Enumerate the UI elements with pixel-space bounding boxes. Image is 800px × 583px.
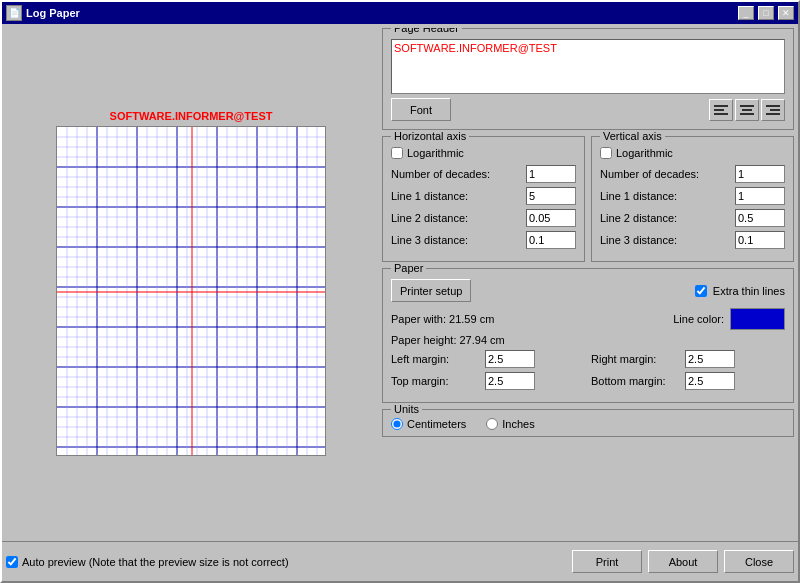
window-title: Log Paper — [26, 7, 734, 19]
v-logarithmic-checkbox[interactable] — [600, 147, 612, 159]
centimeters-label: Centimeters — [407, 418, 466, 430]
horizontal-axis-label: Horizontal axis — [391, 130, 469, 142]
preview-header-text: SOFTWARE.INFORMER@TEST — [110, 110, 273, 122]
margins-row: Left margin: Top margin: Right margin: — [391, 350, 785, 394]
right-margin-input[interactable] — [685, 350, 735, 368]
v-line1-input[interactable] — [735, 187, 785, 205]
vertical-axis-label: Vertical axis — [600, 130, 665, 142]
paper-height-text: Paper height: 27.94 cm — [391, 334, 505, 346]
title-bar: 📄 Log Paper _ □ ✕ — [2, 2, 798, 24]
centimeters-radio[interactable] — [391, 418, 403, 430]
left-margin-label: Left margin: — [391, 353, 481, 365]
align-right-button[interactable] — [761, 99, 785, 121]
page-header-label: Page Header — [391, 28, 462, 34]
auto-preview-area: Auto preview (Note that the preview size… — [6, 556, 566, 568]
line-color-swatch[interactable] — [730, 308, 785, 330]
centimeters-row: Centimeters — [391, 418, 466, 430]
h-line2-label: Line 2 distance: — [391, 212, 522, 224]
page-header-input[interactable] — [391, 39, 785, 94]
v-decades-row: Number of decades: — [600, 165, 785, 183]
left-margin-row: Left margin: — [391, 350, 585, 368]
align-center-button[interactable] — [735, 99, 759, 121]
v-line3-input[interactable] — [735, 231, 785, 249]
close-button[interactable]: ✕ — [778, 6, 794, 20]
left-margin-input[interactable] — [485, 350, 535, 368]
inches-radio[interactable] — [486, 418, 498, 430]
align-right-icon — [766, 104, 780, 116]
auto-preview-label: Auto preview (Note that the preview size… — [22, 556, 289, 568]
about-button[interactable]: About — [648, 550, 718, 573]
main-window: 📄 Log Paper _ □ ✕ SOFTWARE.INFORMER@TEST — [0, 0, 800, 583]
left-panel: SOFTWARE.INFORMER@TEST — [6, 28, 376, 537]
h-decades-label: Number of decades: — [391, 168, 522, 180]
auto-preview-checkbox[interactable] — [6, 556, 18, 568]
paper-group: Paper Printer setup Extra thin lines Pap… — [382, 268, 794, 403]
printer-setup-button[interactable]: Printer setup — [391, 279, 471, 302]
horizontal-axis-group: Horizontal axis Logarithmic Number of de… — [382, 136, 585, 262]
v-line3-label: Line 3 distance: — [600, 234, 731, 246]
h-line2-input[interactable] — [526, 209, 576, 227]
maximize-button[interactable]: □ — [758, 6, 774, 20]
close-button-bottom[interactable]: Close — [724, 550, 794, 573]
print-button[interactable]: Print — [572, 550, 642, 573]
v-decades-input[interactable] — [735, 165, 785, 183]
h-logarithmic-label: Logarithmic — [407, 147, 464, 159]
h-logarithmic-checkbox[interactable] — [391, 147, 403, 159]
align-center-icon — [740, 104, 754, 116]
app-icon: 📄 — [6, 5, 22, 21]
font-button[interactable]: Font — [391, 98, 451, 121]
right-margin-col: Right margin: Bottom margin: — [591, 350, 785, 394]
h-decades-row: Number of decades: — [391, 165, 576, 183]
v-line1-label: Line 1 distance: — [600, 190, 731, 202]
top-margin-row: Top margin: — [391, 372, 585, 390]
header-row: Font — [391, 98, 785, 121]
h-logarithmic-row: Logarithmic — [391, 147, 576, 159]
bottom-buttons: Print About Close — [572, 550, 794, 573]
paper-top-right: Extra thin lines — [695, 285, 785, 297]
h-line3-row: Line 3 distance: — [391, 231, 576, 249]
paper-width-row: Paper with: 21.59 cm Line color: — [391, 308, 785, 330]
extra-thin-label: Extra thin lines — [713, 285, 785, 297]
align-left-icon — [714, 104, 728, 116]
paper-group-label: Paper — [391, 262, 426, 274]
units-group: Units Centimeters Inches — [382, 409, 794, 437]
v-line2-row: Line 2 distance: — [600, 209, 785, 227]
v-line2-label: Line 2 distance: — [600, 212, 731, 224]
line-color-label: Line color: — [673, 313, 724, 325]
axes-row: Horizontal axis Logarithmic Number of de… — [382, 136, 794, 262]
h-line1-label: Line 1 distance: — [391, 190, 522, 202]
h-decades-input[interactable] — [526, 165, 576, 183]
v-logarithmic-row: Logarithmic — [600, 147, 785, 159]
bottom-bar: Auto preview (Note that the preview size… — [2, 541, 798, 581]
v-line2-input[interactable] — [735, 209, 785, 227]
h-line3-input[interactable] — [526, 231, 576, 249]
h-line3-label: Line 3 distance: — [391, 234, 522, 246]
v-logarithmic-label: Logarithmic — [616, 147, 673, 159]
h-line1-input[interactable] — [526, 187, 576, 205]
right-panel: Page Header Font — [382, 28, 794, 537]
units-label: Units — [391, 403, 422, 415]
bottom-margin-input[interactable] — [685, 372, 735, 390]
h-line2-row: Line 2 distance: — [391, 209, 576, 227]
inches-row: Inches — [486, 418, 534, 430]
page-header-group: Page Header Font — [382, 28, 794, 130]
v-decades-label: Number of decades: — [600, 168, 731, 180]
paper-preview — [56, 126, 326, 456]
paper-height-row: Paper height: 27.94 cm — [391, 334, 785, 346]
paper-width-text: Paper with: 21.59 cm — [391, 313, 494, 325]
grid-svg — [57, 127, 325, 455]
bottom-margin-row: Bottom margin: — [591, 372, 785, 390]
minimize-button[interactable]: _ — [738, 6, 754, 20]
preview-area: SOFTWARE.INFORMER@TEST — [6, 28, 376, 537]
align-buttons — [709, 99, 785, 121]
extra-thin-checkbox[interactable] — [695, 285, 707, 297]
paper-top-row: Printer setup Extra thin lines — [391, 279, 785, 302]
right-margin-label: Right margin: — [591, 353, 681, 365]
right-margin-row: Right margin: — [591, 350, 785, 368]
h-line1-row: Line 1 distance: — [391, 187, 576, 205]
align-left-button[interactable] — [709, 99, 733, 121]
top-margin-input[interactable] — [485, 372, 535, 390]
vertical-axis-group: Vertical axis Logarithmic Number of deca… — [591, 136, 794, 262]
inches-label: Inches — [502, 418, 534, 430]
v-line3-row: Line 3 distance: — [600, 231, 785, 249]
